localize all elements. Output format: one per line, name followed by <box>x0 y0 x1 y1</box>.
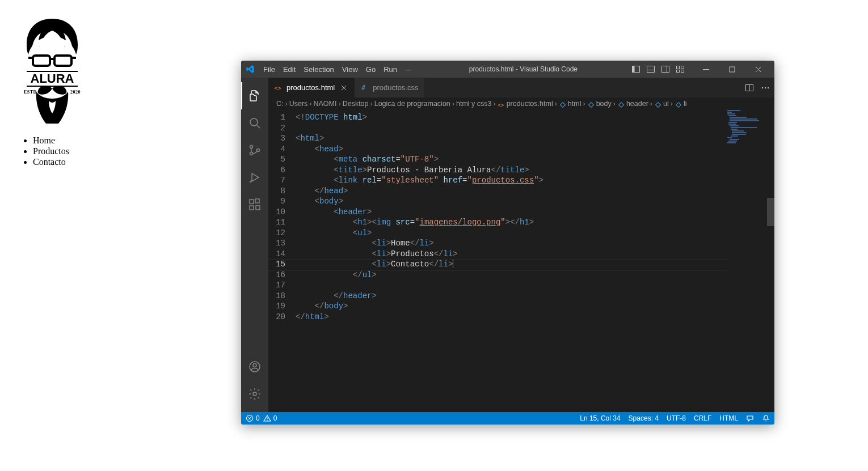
svg-rect-1 <box>54 56 71 66</box>
close-button[interactable] <box>745 61 771 78</box>
svg-text:#: # <box>361 84 366 92</box>
preview-nav-list: Home Productos Contacto <box>33 135 233 168</box>
svg-rect-19 <box>677 70 680 73</box>
tab-label: productos.css <box>373 83 418 92</box>
svg-rect-17 <box>677 66 680 69</box>
explorer-icon[interactable] <box>241 82 268 109</box>
svg-point-27 <box>250 146 253 148</box>
symbol-icon <box>675 101 682 109</box>
title-bar: File Edit Selection View Go Run ··· prod… <box>241 61 774 78</box>
menu-view[interactable]: View <box>338 65 362 74</box>
status-errors[interactable]: 0 <box>246 414 260 422</box>
minimap[interactable] <box>727 110 767 412</box>
status-bell-icon[interactable] <box>762 414 770 422</box>
preview-nav-item: Productos <box>33 146 233 156</box>
svg-point-37 <box>253 364 256 367</box>
svg-text:ESTD: ESTD <box>24 90 37 95</box>
settings-gear-icon[interactable] <box>241 380 268 408</box>
status-ln-col[interactable]: Ln 15, Col 34 <box>580 414 620 422</box>
window-controls <box>631 61 771 78</box>
svg-point-25 <box>250 118 258 126</box>
svg-point-46 <box>765 87 766 88</box>
code-content[interactable]: <!DOCTYPE html><html> <head> <meta chars… <box>296 110 774 412</box>
svg-text:<>: <> <box>498 102 504 108</box>
run-debug-icon[interactable] <box>241 164 268 191</box>
svg-rect-15 <box>662 66 669 73</box>
preview-nav-item: Contacto <box>33 156 233 167</box>
status-spaces[interactable]: Spaces: 4 <box>629 414 659 422</box>
svg-point-53 <box>267 420 267 421</box>
svg-rect-22 <box>730 67 735 72</box>
vscode-window: File Edit Selection View Go Run ··· prod… <box>241 61 774 425</box>
svg-rect-11 <box>633 66 635 73</box>
svg-point-29 <box>257 149 260 152</box>
activity-bar <box>241 78 268 412</box>
svg-point-45 <box>762 87 763 88</box>
svg-rect-34 <box>256 206 260 210</box>
html-file-icon: <> <box>498 101 505 109</box>
html-file-icon: <> <box>274 83 283 92</box>
editor-scrollbar[interactable] <box>767 110 774 412</box>
split-editor-icon[interactable] <box>745 83 754 92</box>
window-title: productos.html - Visual Studio Code <box>415 65 631 73</box>
symbol-icon <box>654 101 662 109</box>
tab-close-icon[interactable] <box>339 83 348 92</box>
accounts-icon[interactable] <box>241 353 268 380</box>
tabs-row: <> productos.html # productos.css <box>268 78 774 97</box>
minimize-button[interactable] <box>693 61 719 78</box>
tab-label: productos.html <box>286 83 335 92</box>
symbol-icon <box>587 101 595 109</box>
toggle-secondary-sidebar-icon[interactable] <box>661 65 670 74</box>
maximize-button[interactable] <box>719 61 745 78</box>
svg-text:2020: 2020 <box>70 90 81 95</box>
svg-rect-35 <box>255 199 259 203</box>
menu-selection[interactable]: Selection <box>300 65 338 74</box>
symbol-icon <box>617 101 625 109</box>
tab-productos-html[interactable]: <> productos.html <box>268 78 355 97</box>
menu-go[interactable]: Go <box>362 65 380 74</box>
svg-text:ALURA: ALURA <box>31 71 74 86</box>
search-icon[interactable] <box>241 109 268 137</box>
status-eol[interactable]: CRLF <box>694 414 711 422</box>
menu-more[interactable]: ··· <box>401 65 415 74</box>
svg-rect-33 <box>250 206 254 210</box>
status-bar: 0 0 Ln 15, Col 34 Spaces: 4 UTF-8 CRLF H… <box>241 412 774 425</box>
symbol-icon <box>559 101 567 109</box>
rendered-page-preview: ALURA ESTD 2020 Home Productos Contacto <box>6 6 233 168</box>
toggle-primary-sidebar-icon[interactable] <box>631 65 641 74</box>
menu-bar: File Edit Selection View Go Run ··· <box>259 65 415 74</box>
menu-edit[interactable]: Edit <box>279 65 300 74</box>
status-encoding[interactable]: UTF-8 <box>667 414 686 422</box>
svg-line-26 <box>257 125 260 129</box>
barberia-alura-logo: ALURA ESTD 2020 <box>18 16 86 124</box>
breadcrumbs[interactable]: C:› Users› NAOMI› Desktop› Logica de pro… <box>268 97 774 110</box>
svg-point-28 <box>250 152 253 155</box>
customize-layout-icon[interactable] <box>676 65 685 74</box>
svg-point-47 <box>768 87 769 88</box>
extensions-icon[interactable] <box>241 191 268 218</box>
svg-rect-0 <box>33 56 50 66</box>
svg-point-38 <box>253 392 256 396</box>
svg-rect-18 <box>681 66 684 69</box>
tab-productos-css[interactable]: # productos.css <box>355 78 424 97</box>
svg-rect-20 <box>681 70 684 73</box>
editor-group: <> productos.html # productos.css C:› Us… <box>268 78 774 412</box>
svg-text:<>: <> <box>274 84 282 92</box>
status-warnings[interactable]: 0 <box>263 414 277 422</box>
css-file-icon: # <box>360 83 369 92</box>
status-language[interactable]: HTML <box>719 414 738 422</box>
code-editor[interactable]: 1234567891011121314151617181920 <!DOCTYP… <box>268 110 774 412</box>
status-feedback-icon[interactable] <box>746 414 754 422</box>
menu-run[interactable]: Run <box>380 65 401 74</box>
svg-point-31 <box>250 181 251 183</box>
preview-nav-item: Home <box>33 135 233 146</box>
more-actions-icon[interactable] <box>761 83 770 92</box>
source-control-icon[interactable] <box>241 137 268 164</box>
menu-file[interactable]: File <box>259 65 279 74</box>
vscode-logo-icon <box>246 65 255 74</box>
toggle-panel-icon[interactable] <box>646 65 655 74</box>
svg-rect-32 <box>250 200 254 203</box>
